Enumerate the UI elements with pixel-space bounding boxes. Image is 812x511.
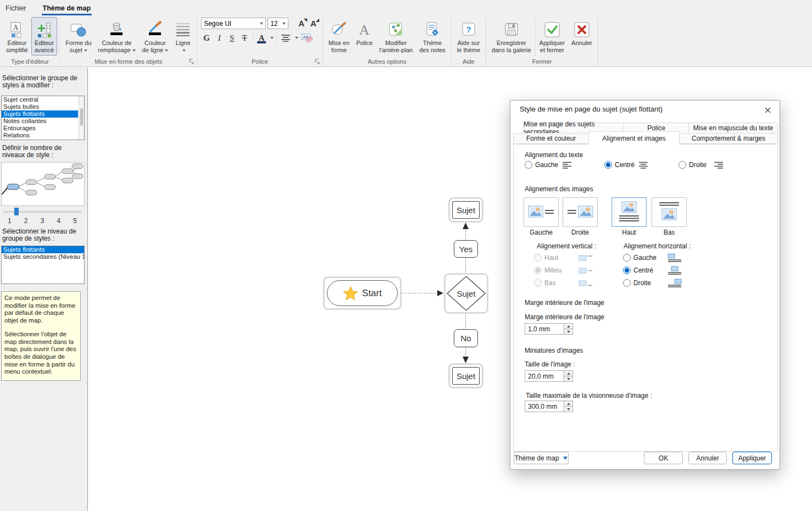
valign-milieu-radio[interactable]: Milieu: [534, 266, 561, 274]
tab-forme-et-couleur[interactable]: Forme et couleur: [513, 133, 589, 144]
tab-fichier[interactable]: Fichier: [4, 2, 27, 15]
bold-button[interactable]: G: [201, 31, 212, 45]
tab-comportement-marges[interactable]: Comportement & marges: [679, 133, 778, 144]
spinner-down-icon[interactable]: [564, 376, 572, 381]
list-item[interactable]: Relations: [2, 132, 78, 139]
dialog-launcher-icon[interactable]: [314, 59, 320, 65]
image-size-input[interactable]: [525, 370, 564, 382]
tab-mise-en-majuscule[interactable]: Mise en majuscule du texte: [688, 123, 778, 134]
apply-button[interactable]: Appliquer: [732, 452, 772, 464]
radio-input[interactable]: [623, 266, 631, 274]
list-item[interactable]: Notes collantes: [2, 118, 78, 125]
police-button[interactable]: A Police: [353, 17, 376, 48]
start-node[interactable]: Start: [323, 276, 402, 310]
list-item[interactable]: Sujet central: [2, 96, 78, 103]
radio-input[interactable]: [678, 161, 686, 169]
spinner-down-icon[interactable]: [564, 406, 572, 412]
enregistrer-galerie-button[interactable]: Enregistrer dans la galerie: [488, 17, 535, 55]
spinner-up-icon[interactable]: [564, 401, 572, 406]
chevron-down-icon[interactable]: [270, 37, 274, 39]
halign-gauche-radio[interactable]: Gauche: [623, 254, 657, 262]
list-item[interactable]: Sujets secondaires (Niveau 1 +: [2, 253, 84, 260]
image-align-bas-button[interactable]: [652, 197, 687, 227]
image-size-spinner[interactable]: [525, 370, 573, 382]
italic-button[interactable]: I: [214, 31, 225, 45]
decision-node[interactable]: Sujet: [444, 273, 488, 314]
style-group-listbox[interactable]: Sujet central Sujets bulles Sujets flott…: [1, 96, 85, 140]
radio-input[interactable]: [534, 266, 542, 274]
text-align-centre-radio[interactable]: Centré: [604, 161, 635, 169]
chevron-down-icon[interactable]: [295, 37, 298, 39]
spinner-down-icon[interactable]: [564, 329, 572, 334]
couleur-ligne-button[interactable]: Couleur de ligne: [139, 17, 172, 55]
radio-input[interactable]: [534, 279, 542, 287]
yes-label-node[interactable]: Yes: [454, 240, 478, 258]
level-slider[interactable]: [3, 208, 81, 215]
ligne-button[interactable]: Ligne: [171, 17, 194, 55]
radio-input[interactable]: [525, 161, 532, 169]
appliquer-et-fermer-button[interactable]: Appliquer et fermer: [536, 17, 568, 55]
strikethrough-button[interactable]: T: [239, 31, 250, 45]
close-icon[interactable]: [761, 104, 774, 116]
mise-en-forme-button[interactable]: Mise en forme: [325, 17, 353, 55]
font-size-combobox[interactable]: [268, 18, 288, 29]
shrink-font-button[interactable]: A◢: [308, 19, 319, 28]
scrollbar[interactable]: [79, 96, 84, 140]
level-group-listbox[interactable]: Sujets flottants Sujets secondaires (Niv…: [1, 246, 85, 284]
image-margin-input[interactable]: [525, 323, 564, 335]
image-align-haut-button[interactable]: [611, 197, 647, 227]
start-node-shape[interactable]: Start: [327, 280, 398, 306]
grow-font-button[interactable]: A◥: [296, 19, 307, 28]
list-item[interactable]: Entourages: [2, 125, 78, 132]
radio-input[interactable]: [623, 254, 631, 262]
cancel-button[interactable]: Annuler: [688, 452, 727, 464]
scrollbar-thumb[interactable]: [80, 108, 83, 126]
top-sujet-node[interactable]: Sujet: [448, 197, 483, 223]
halign-centre-radio[interactable]: Centré: [623, 266, 653, 274]
theme-des-notes-button[interactable]: Thème des notes: [416, 17, 449, 55]
dialog-launcher-icon[interactable]: [188, 59, 194, 65]
underline-button[interactable]: S: [226, 31, 237, 45]
viewer-size-spinner[interactable]: [525, 401, 573, 412]
halign-droite-radio[interactable]: Droite: [623, 279, 651, 287]
modifier-arriere-plan-button[interactable]: Modifier l'arrière-plan: [376, 17, 416, 55]
tab-alignement-et-images[interactable]: Alignement et images: [588, 131, 680, 145]
radio-input[interactable]: [623, 279, 631, 287]
clear-formatting-button[interactable]: AB: [300, 31, 314, 45]
couleur-remplissage-button[interactable]: Couleur de remplissage: [94, 17, 138, 55]
font-name-combobox[interactable]: [201, 18, 266, 29]
text-align-droite-radio[interactable]: Droite: [678, 161, 707, 169]
bottom-sujet-node[interactable]: Sujet: [448, 363, 483, 388]
tab-theme-de-map[interactable]: Thème de map: [42, 2, 92, 15]
combobox-arrow-icon[interactable]: [282, 23, 286, 25]
button-label: Ligne: [176, 40, 191, 54]
font-name-input[interactable]: [204, 20, 258, 27]
list-item[interactable]: Sujets bulles: [2, 103, 78, 110]
radio-input[interactable]: [604, 161, 612, 169]
annuler-button[interactable]: Annuler: [568, 17, 596, 48]
no-label-node[interactable]: No: [454, 329, 478, 347]
text-align-gauche-radio[interactable]: Gauche: [525, 161, 558, 169]
viewer-size-input[interactable]: [525, 401, 564, 412]
spinner-up-icon[interactable]: [564, 371, 572, 376]
text-align-button[interactable]: [280, 31, 292, 45]
spinner-up-icon[interactable]: [564, 324, 572, 329]
list-item-selected[interactable]: Sujets flottants: [2, 246, 84, 253]
ok-button[interactable]: OK: [644, 452, 683, 464]
image-align-gauche-button[interactable]: [524, 197, 559, 227]
theme-de-map-menu-button[interactable]: Thème de map: [514, 452, 569, 464]
editeur-simplifie-button[interactable]: A Éditeur simplifié: [3, 17, 31, 55]
valign-bas-radio[interactable]: Bas: [534, 279, 556, 287]
forme-du-sujet-button[interactable]: Forme du sujet: [62, 17, 94, 55]
font-color-button[interactable]: A: [256, 31, 267, 45]
radio-input[interactable]: [534, 254, 542, 262]
list-item-selected[interactable]: Sujets flottants: [2, 110, 78, 118]
aide-sur-le-theme-button[interactable]: ? Aide sur le thème: [454, 17, 483, 55]
editeur-avance-button[interactable]: Éditeur avancé: [31, 17, 57, 55]
image-align-droite-button[interactable]: [563, 197, 598, 227]
font-size-input[interactable]: [270, 20, 281, 27]
combobox-arrow-icon[interactable]: [260, 23, 263, 25]
image-margin-spinner[interactable]: [525, 323, 573, 335]
slider-thumb[interactable]: [14, 208, 19, 215]
valign-haut-radio[interactable]: Haut: [534, 254, 558, 262]
